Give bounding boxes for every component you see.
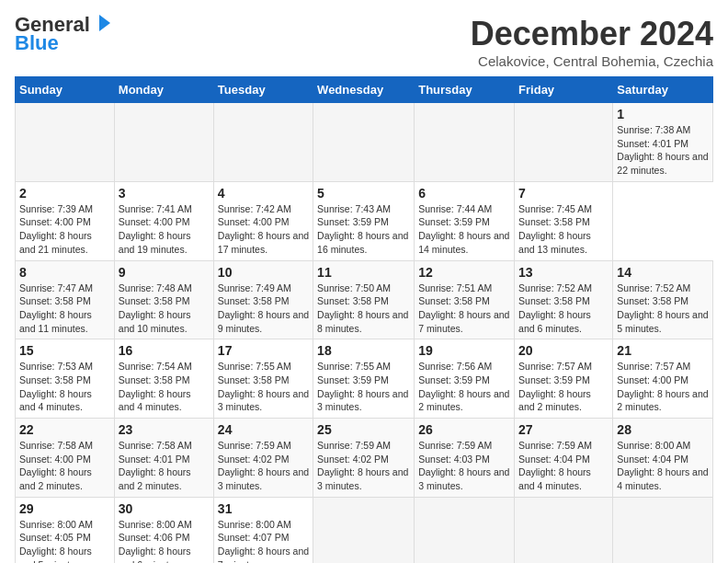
day-info: Sunrise: 7:55 AMSunset: 3:58 PMDaylight:…	[218, 360, 309, 414]
calendar-cell: 12Sunrise: 7:51 AMSunset: 3:58 PMDayligh…	[415, 260, 515, 339]
day-info: Sunrise: 8:00 AMSunset: 4:05 PMDaylight:…	[19, 518, 110, 563]
week-row: 29Sunrise: 8:00 AMSunset: 4:05 PMDayligh…	[16, 497, 713, 563]
calendar-cell	[415, 103, 515, 182]
day-info: Sunrise: 7:53 AMSunset: 3:58 PMDaylight:…	[19, 360, 110, 414]
day-info: Sunrise: 7:48 AMSunset: 3:58 PMDaylight:…	[119, 282, 210, 336]
calendar-cell: 31Sunrise: 8:00 AMSunset: 4:07 PMDayligh…	[213, 497, 313, 563]
calendar-cell: 23Sunrise: 7:58 AMSunset: 4:01 PMDayligh…	[114, 419, 213, 498]
day-info: Sunrise: 8:00 AMSunset: 4:04 PMDaylight:…	[617, 439, 709, 493]
calendar-table: SundayMondayTuesdayWednesdayThursdayFrid…	[15, 76, 713, 563]
calendar-cell: 30Sunrise: 8:00 AMSunset: 4:06 PMDayligh…	[114, 497, 213, 563]
calendar-cell	[613, 497, 713, 563]
day-number: 1	[617, 107, 709, 121]
calendar-cell: 2Sunrise: 7:39 AMSunset: 4:00 PMDaylight…	[16, 181, 115, 260]
week-row: 22Sunrise: 7:58 AMSunset: 4:00 PMDayligh…	[16, 419, 713, 498]
day-info: Sunrise: 7:52 AMSunset: 3:58 PMDaylight:…	[518, 282, 609, 336]
day-info: Sunrise: 7:59 AMSunset: 4:04 PMDaylight:…	[518, 439, 609, 493]
calendar-cell	[114, 103, 213, 182]
day-info: Sunrise: 7:52 AMSunset: 3:58 PMDaylight:…	[617, 282, 709, 336]
calendar-cell: 21Sunrise: 7:57 AMSunset: 4:00 PMDayligh…	[613, 339, 713, 419]
day-info: Sunrise: 7:47 AMSunset: 3:58 PMDaylight:…	[19, 282, 110, 336]
day-number: 14	[617, 265, 709, 280]
day-number: 21	[617, 343, 709, 358]
day-number: 11	[317, 265, 410, 280]
calendar-cell: 8Sunrise: 7:47 AMSunset: 3:58 PMDaylight…	[16, 260, 115, 339]
calendar-cell: 27Sunrise: 7:59 AMSunset: 4:04 PMDayligh…	[515, 419, 613, 498]
day-number: 7	[518, 186, 609, 201]
subtitle: Celakovice, Central Bohemia, Czechia	[471, 53, 713, 69]
calendar-cell: 22Sunrise: 7:58 AMSunset: 4:00 PMDayligh…	[16, 419, 115, 498]
day-number: 17	[218, 343, 309, 358]
day-number: 8	[19, 265, 110, 280]
calendar-cell: 16Sunrise: 7:54 AMSunset: 3:58 PMDayligh…	[114, 339, 213, 419]
header: General Blue December 2024 Celakovice, C…	[15, 15, 713, 69]
calendar-cell: 9Sunrise: 7:48 AMSunset: 3:58 PMDaylight…	[114, 260, 213, 339]
day-info: Sunrise: 7:55 AMSunset: 3:59 PMDaylight:…	[317, 360, 410, 414]
calendar-cell: 24Sunrise: 7:59 AMSunset: 4:02 PMDayligh…	[213, 419, 313, 498]
calendar-cell	[213, 103, 313, 182]
calendar-cell: 13Sunrise: 7:52 AMSunset: 3:58 PMDayligh…	[515, 260, 613, 339]
week-row: 15Sunrise: 7:53 AMSunset: 3:58 PMDayligh…	[16, 339, 713, 419]
calendar-cell: 20Sunrise: 7:57 AMSunset: 3:59 PMDayligh…	[515, 339, 613, 419]
day-number: 22	[19, 422, 110, 437]
calendar-cell	[313, 497, 415, 563]
calendar-cell: 28Sunrise: 8:00 AMSunset: 4:04 PMDayligh…	[613, 419, 713, 498]
week-row: 2Sunrise: 7:39 AMSunset: 4:00 PMDaylight…	[16, 181, 713, 260]
day-info: Sunrise: 7:59 AMSunset: 4:02 PMDaylight:…	[317, 439, 410, 493]
day-number: 16	[119, 343, 210, 358]
day-info: Sunrise: 7:57 AMSunset: 3:59 PMDaylight:…	[518, 360, 609, 414]
logo: General Blue	[15, 15, 112, 53]
day-number: 23	[119, 422, 210, 437]
header-cell-saturday: Saturday	[613, 77, 713, 103]
calendar-cell: 18Sunrise: 7:55 AMSunset: 3:59 PMDayligh…	[313, 339, 415, 419]
calendar-cell: 26Sunrise: 7:59 AMSunset: 4:03 PMDayligh…	[415, 419, 515, 498]
day-number: 20	[518, 343, 609, 358]
day-number: 4	[218, 186, 309, 201]
day-number: 13	[518, 265, 609, 280]
day-number: 5	[317, 186, 410, 201]
week-row: 1Sunrise: 7:38 AMSunset: 4:01 PMDaylight…	[16, 103, 713, 182]
calendar-cell: 4Sunrise: 7:42 AMSunset: 4:00 PMDaylight…	[213, 181, 313, 260]
header-row: SundayMondayTuesdayWednesdayThursdayFrid…	[16, 77, 713, 103]
calendar-cell: 17Sunrise: 7:55 AMSunset: 3:58 PMDayligh…	[213, 339, 313, 419]
day-info: Sunrise: 7:39 AMSunset: 4:00 PMDaylight:…	[19, 202, 110, 257]
day-info: Sunrise: 8:00 AMSunset: 4:06 PMDaylight:…	[119, 518, 210, 563]
day-number: 30	[119, 501, 210, 516]
header-cell-tuesday: Tuesday	[213, 77, 313, 103]
day-info: Sunrise: 7:51 AMSunset: 3:58 PMDaylight:…	[418, 282, 510, 336]
day-info: Sunrise: 7:45 AMSunset: 3:58 PMDaylight:…	[518, 202, 609, 257]
week-row: 8Sunrise: 7:47 AMSunset: 3:58 PMDaylight…	[16, 260, 713, 339]
day-number: 25	[317, 422, 410, 437]
day-info: Sunrise: 7:49 AMSunset: 3:58 PMDaylight:…	[218, 282, 309, 336]
day-number: 2	[19, 186, 110, 201]
calendar-cell	[515, 497, 613, 563]
day-number: 6	[418, 186, 510, 201]
day-number: 26	[418, 422, 510, 437]
header-cell-monday: Monday	[114, 77, 213, 103]
day-info: Sunrise: 7:54 AMSunset: 3:58 PMDaylight:…	[119, 360, 210, 414]
calendar-cell: 5Sunrise: 7:43 AMSunset: 3:59 PMDaylight…	[313, 181, 415, 260]
calendar-cell: 19Sunrise: 7:56 AMSunset: 3:59 PMDayligh…	[415, 339, 515, 419]
day-number: 9	[119, 265, 210, 280]
day-info: Sunrise: 7:38 AMSunset: 4:01 PMDaylight:…	[617, 123, 709, 178]
day-info: Sunrise: 7:43 AMSunset: 3:59 PMDaylight:…	[317, 202, 410, 257]
calendar-cell: 14Sunrise: 7:52 AMSunset: 3:58 PMDayligh…	[613, 260, 713, 339]
header-cell-thursday: Thursday	[415, 77, 515, 103]
day-number: 19	[418, 343, 510, 358]
day-info: Sunrise: 7:56 AMSunset: 3:59 PMDaylight:…	[418, 360, 510, 414]
calendar-cell	[415, 497, 515, 563]
calendar-cell: 29Sunrise: 8:00 AMSunset: 4:05 PMDayligh…	[16, 497, 115, 563]
calendar-cell: 15Sunrise: 7:53 AMSunset: 3:58 PMDayligh…	[16, 339, 115, 419]
calendar-cell: 6Sunrise: 7:44 AMSunset: 3:59 PMDaylight…	[415, 181, 515, 260]
svg-marker-0	[99, 15, 110, 31]
calendar-cell: 3Sunrise: 7:41 AMSunset: 4:00 PMDaylight…	[114, 181, 213, 260]
day-number: 12	[418, 265, 510, 280]
day-info: Sunrise: 7:50 AMSunset: 3:58 PMDaylight:…	[317, 282, 410, 336]
day-number: 18	[317, 343, 410, 358]
calendar-cell: 10Sunrise: 7:49 AMSunset: 3:58 PMDayligh…	[213, 260, 313, 339]
calendar-cell	[16, 103, 115, 182]
calendar-cell	[515, 103, 613, 182]
day-info: Sunrise: 7:59 AMSunset: 4:03 PMDaylight:…	[418, 439, 510, 493]
header-cell-sunday: Sunday	[16, 77, 115, 103]
day-number: 10	[218, 265, 309, 280]
